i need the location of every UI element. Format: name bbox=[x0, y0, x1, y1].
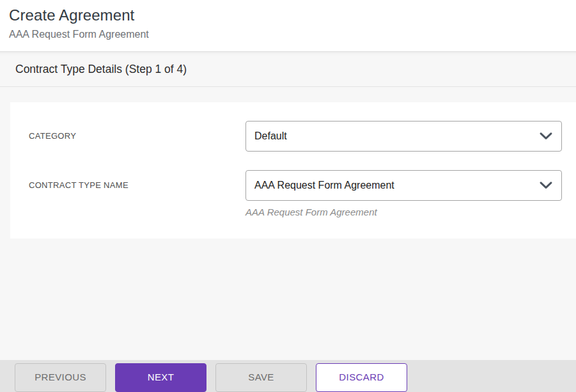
next-button[interactable]: NEXT bbox=[115, 363, 206, 392]
contract-type-name-select-value: AAA Request Form Agreement bbox=[254, 180, 394, 191]
contract-type-name-helper-text: AAA Request Form Agreement bbox=[245, 207, 562, 217]
step-header-bar: Contract Type Details (Step 1 of 4) bbox=[0, 52, 576, 87]
contract-type-name-label: CONTRACT TYPE NAME bbox=[29, 170, 245, 190]
page-title: Create Agreement bbox=[9, 6, 576, 24]
category-select-value: Default bbox=[254, 130, 287, 142]
contract-type-name-field-row: CONTRACT TYPE NAME AAA Request Form Agre… bbox=[29, 170, 562, 217]
category-select[interactable]: Default bbox=[245, 121, 562, 152]
chevron-down-icon bbox=[540, 132, 552, 140]
step-title: Contract Type Details (Step 1 of 4) bbox=[15, 63, 187, 76]
contract-type-name-select[interactable]: AAA Request Form Agreement bbox=[245, 170, 562, 201]
previous-button[interactable]: PREVIOUS bbox=[15, 363, 106, 392]
discard-button[interactable]: DISCARD bbox=[316, 363, 407, 392]
page-header: Create Agreement AAA Request Form Agreem… bbox=[0, 0, 576, 52]
category-label: CATEGORY bbox=[29, 121, 245, 141]
save-button[interactable]: SAVE bbox=[215, 363, 307, 392]
form-card: CATEGORY Default CONTRACT TYPE NAME bbox=[10, 102, 576, 239]
main-content: CATEGORY Default CONTRACT TYPE NAME bbox=[0, 87, 576, 360]
create-agreement-page: Create Agreement AAA Request Form Agreem… bbox=[0, 0, 576, 392]
page-subtitle: AAA Request Form Agreement bbox=[9, 29, 576, 40]
category-field: Default bbox=[245, 121, 562, 152]
footer-action-bar: PREVIOUS NEXT SAVE DISCARD bbox=[0, 360, 576, 392]
chevron-down-icon bbox=[540, 182, 552, 189]
category-field-row: CATEGORY Default bbox=[29, 121, 562, 152]
contract-type-name-field: AAA Request Form Agreement AAA Request F… bbox=[245, 170, 562, 217]
